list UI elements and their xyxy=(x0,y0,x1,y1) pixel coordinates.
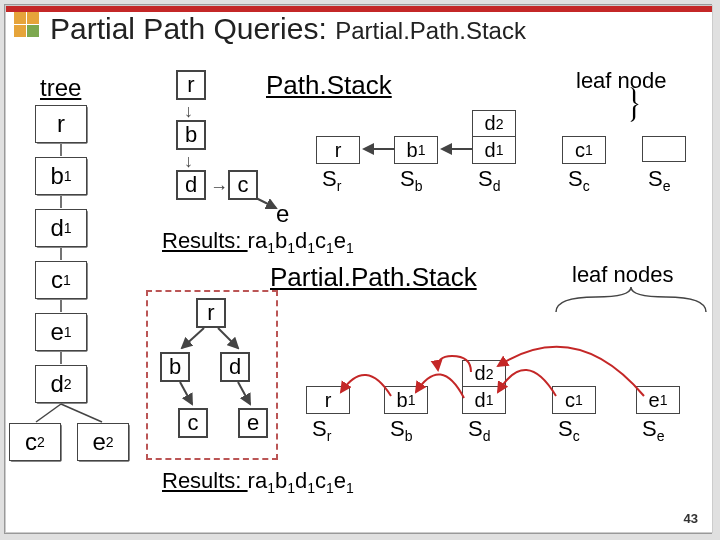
tree-node-b1: b1 xyxy=(36,158,88,196)
svg-line-5 xyxy=(36,404,61,422)
stack-sd-label: Sd xyxy=(478,166,500,194)
tree-node-c1: c1 xyxy=(36,262,88,300)
stack-sb-2: b1 xyxy=(384,386,428,414)
q2-c: c xyxy=(178,408,208,438)
slide-title: Partial Path Queries: Partial.Path.Stack xyxy=(50,12,526,46)
tree-node-d1: d1 xyxy=(36,210,88,248)
arrow-down-icon: ↓ xyxy=(184,102,193,120)
q2-r: r xyxy=(196,298,226,328)
tree-node-r: r xyxy=(36,106,88,144)
tree-node-e2: e2 xyxy=(78,424,130,462)
stack-sd2-label: Sd xyxy=(468,416,490,444)
stack-sr-label: Sr xyxy=(322,166,341,194)
q2-d: d xyxy=(220,352,250,382)
leaf-nodes-label: leaf nodes xyxy=(572,262,674,288)
stack-se-2: e1 xyxy=(636,386,680,414)
q1-r: r xyxy=(176,70,206,100)
stack-se-label: Se xyxy=(648,166,670,194)
logo-icon xyxy=(14,12,42,37)
stack-sb-label: Sb xyxy=(400,166,422,194)
stack-sd-1: d2d1 xyxy=(472,110,516,164)
q2-b: b xyxy=(160,352,190,382)
results-1: Results: ra1b1d1c1e1 xyxy=(162,228,354,256)
stack-sr-1: r xyxy=(316,136,360,164)
q2-e: e xyxy=(238,408,268,438)
stack-sb-1: b1 xyxy=(394,136,438,164)
brace-icon: ︷ xyxy=(613,86,668,126)
arrow-right-icon: → xyxy=(210,178,228,196)
pathstack-label: Path.Stack xyxy=(266,70,392,101)
page-number: 43 xyxy=(684,511,698,526)
stack-sc2-label: Sc xyxy=(558,416,580,444)
stack-sr-2: r xyxy=(306,386,350,414)
tree-header: tree xyxy=(40,74,81,102)
stack-sc-label: Sc xyxy=(568,166,590,194)
results-2: Results: ra1b1d1c1e1 xyxy=(162,468,354,496)
svg-line-6 xyxy=(61,404,102,422)
stack-sd-2: d2d1 xyxy=(462,360,506,414)
q1-d: d xyxy=(176,170,206,200)
arrow-down-icon: ↓ xyxy=(184,152,193,170)
q1-b: b xyxy=(176,120,206,150)
stack-sc-1: c1 xyxy=(562,136,606,164)
tree-node-e1: e1 xyxy=(36,314,88,352)
stack-se2-label: Se xyxy=(642,416,664,444)
pps-label: Partial.Path.Stack xyxy=(270,262,477,293)
stack-sc-2: c1 xyxy=(552,386,596,414)
q1-e-text: e xyxy=(276,200,289,228)
svg-line-7 xyxy=(256,198,276,208)
tree-node-d2: d2 xyxy=(36,366,88,404)
stack-se-1 xyxy=(642,136,686,162)
stack-sb2-label: Sb xyxy=(390,416,412,444)
stack-sr2-label: Sr xyxy=(312,416,331,444)
q1-c: c xyxy=(228,170,258,200)
brace-wide-icon xyxy=(546,282,720,322)
tree-node-c2: c2 xyxy=(10,424,62,462)
